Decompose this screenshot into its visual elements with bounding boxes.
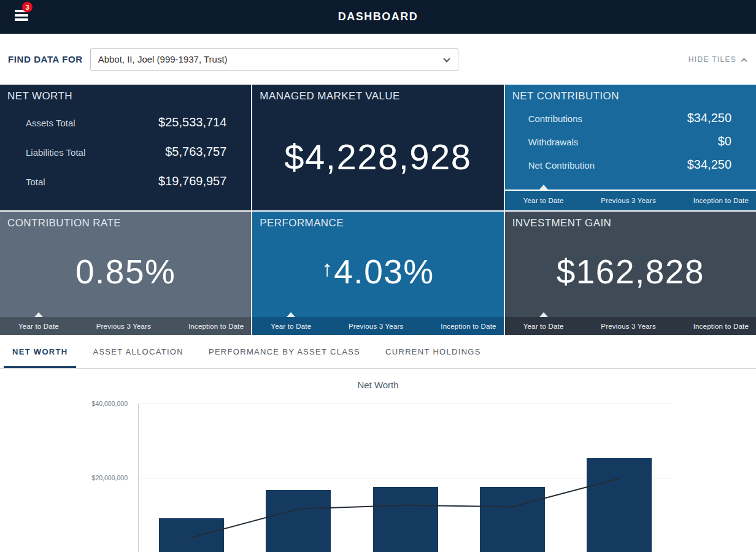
- stat-value: $34,250: [687, 158, 731, 172]
- stat-label: Liabilities Total: [26, 147, 85, 158]
- stat-label: Assets Total: [26, 118, 75, 128]
- stat-label: Contributions: [528, 113, 582, 124]
- period-tabs: Year to Date Previous 3 Years Inception …: [252, 317, 503, 335]
- chevron-up-icon: [741, 58, 747, 64]
- period-tab-inception-to-date[interactable]: Inception to Date: [441, 323, 496, 330]
- tiles-grid: NET WORTH Assets Total $25,533,714 Liabi…: [0, 85, 756, 335]
- tile-title: MANAGED MARKET VALUE: [252, 85, 503, 102]
- tile-managed-market-value: MANAGED MARKET VALUE $4,228,928: [252, 85, 503, 210]
- tab-net-worth[interactable]: NET WORTH: [4, 335, 76, 368]
- period-tab-previous-3-years[interactable]: Previous 3 Years: [349, 323, 404, 330]
- stat-row: Withdrawals $0: [528, 134, 731, 148]
- tab-current-holdings[interactable]: CURRENT HOLDINGS: [377, 335, 490, 368]
- investment-gain-value: $162,828: [557, 252, 704, 291]
- hide-tiles-button[interactable]: HIDE TILES: [688, 55, 746, 64]
- period-tabs: Year to Date Previous 3 Years Inception …: [505, 317, 756, 335]
- period-tabs: Year to Date Previous 3 Years Inception …: [0, 317, 251, 335]
- tile-value-wrap: 0.85%: [0, 226, 251, 317]
- stat-value: $0: [718, 134, 731, 148]
- account-select-value: Abbot, II, Joel (999-1937, Trust): [98, 54, 228, 64]
- stat-label: Withdrawals: [528, 137, 579, 147]
- tile-value-wrap: $4,228,928: [252, 103, 503, 210]
- tile-performance: PERFORMANCE ↑ 4.03% Year to Date Previou…: [252, 212, 503, 335]
- period-tab-year-to-date[interactable]: Year to Date: [271, 323, 311, 330]
- stat-label: Net Contribution: [528, 160, 595, 171]
- tile-value-wrap: ↑ 4.03%: [252, 226, 503, 317]
- stat-row: Assets Total $25,533,714: [26, 115, 226, 129]
- period-tab-inception-to-date[interactable]: Inception to Date: [188, 323, 244, 330]
- y-tick-label: $20,000,000: [82, 474, 128, 481]
- account-select[interactable]: Abbot, II, Joel (999-1937, Trust): [90, 48, 458, 71]
- top-app-bar: 3 DASHBOARD: [0, 0, 756, 34]
- tile-net-contribution: NET CONTRIBUTION Contributions $34,250 W…: [505, 85, 756, 210]
- selected-period-indicator: [287, 312, 295, 317]
- net-worth-chart-section: Net Worth $40,000,000 $20,000,000: [0, 369, 756, 552]
- tile-net-worth: NET WORTH Assets Total $25,533,714 Liabi…: [0, 85, 251, 210]
- period-tab-inception-to-date[interactable]: Inception to Date: [693, 197, 749, 204]
- find-data-label: FIND DATA FOR: [8, 54, 83, 64]
- managed-market-value: $4,228,928: [284, 136, 471, 177]
- period-tab-previous-3-years[interactable]: Previous 3 Years: [601, 197, 656, 204]
- stat-row: Contributions $34,250: [528, 111, 731, 125]
- contribution-rate-value: 0.85%: [75, 252, 176, 291]
- stat-value: $34,250: [687, 111, 731, 125]
- stat-label: Total: [26, 177, 45, 187]
- period-tabs: Year to Date Previous 3 Years Inception …: [505, 190, 756, 210]
- period-tab-previous-3-years[interactable]: Previous 3 Years: [601, 323, 656, 330]
- chevron-down-icon: [443, 55, 450, 62]
- tile-title: NET WORTH: [0, 85, 251, 102]
- net-worth-rows: Assets Total $25,533,714 Liabilities Tot…: [0, 102, 251, 188]
- selected-period-indicator: [539, 185, 548, 190]
- tile-title: NET CONTRIBUTION: [505, 85, 756, 102]
- find-data-bar: FIND DATA FOR Abbot, II, Joel (999-1937,…: [0, 34, 756, 85]
- chart-trend-line: [138, 404, 673, 552]
- stat-row: Total $19,769,957: [26, 174, 226, 188]
- net-contribution-rows: Contributions $34,250 Withdrawals $0 Net…: [505, 102, 756, 172]
- tile-investment-gain: INVESTMENT GAIN $162,828 Year to Date Pr…: [505, 212, 756, 335]
- period-tab-year-to-date[interactable]: Year to Date: [18, 323, 59, 330]
- page-title: DASHBOARD: [0, 0, 756, 34]
- stat-row: Liabilities Total $5,763,757: [26, 145, 226, 159]
- chart-title: Net Worth: [0, 369, 756, 390]
- tab-performance-by-asset-class[interactable]: PERFORMANCE BY ASSET CLASS: [200, 335, 369, 368]
- period-tab-previous-3-years[interactable]: Previous 3 Years: [96, 323, 152, 330]
- selected-period-indicator: [34, 312, 43, 317]
- stat-row: Net Contribution $34,250: [528, 158, 731, 172]
- stat-value: $25,533,714: [158, 115, 226, 129]
- tab-asset-allocation[interactable]: ASSET ALLOCATION: [84, 335, 191, 368]
- y-tick-label: $40,000,000: [82, 400, 128, 407]
- stat-value: $5,763,757: [165, 145, 226, 159]
- period-tab-year-to-date[interactable]: Year to Date: [523, 323, 564, 330]
- hide-tiles-label: HIDE TILES: [688, 55, 736, 64]
- stat-value: $19,769,957: [158, 174, 226, 188]
- performance-value: 4.03%: [334, 252, 434, 291]
- chart-plot-area: [138, 404, 673, 552]
- selected-period-indicator: [539, 312, 548, 317]
- tile-contribution-rate: CONTRIBUTION RATE 0.85% Year to Date Pre…: [0, 212, 251, 335]
- tile-value-wrap: $162,828: [505, 226, 756, 317]
- section-tabs: NET WORTH ASSET ALLOCATION PERFORMANCE B…: [0, 335, 756, 369]
- up-arrow-icon: ↑: [322, 256, 333, 282]
- period-tab-inception-to-date[interactable]: Inception to Date: [693, 323, 749, 330]
- period-tab-year-to-date[interactable]: Year to Date: [523, 197, 564, 204]
